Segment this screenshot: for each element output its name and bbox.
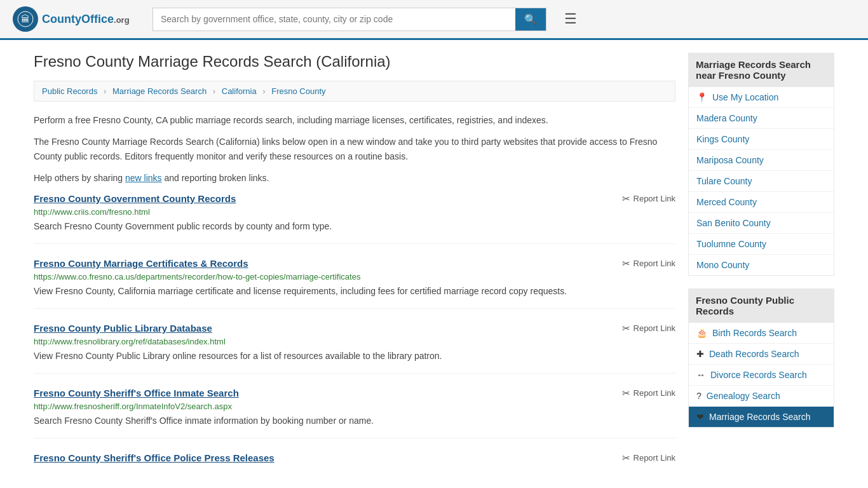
- record-title[interactable]: Fresno County Government County Records: [34, 193, 236, 204]
- nearby-county-item[interactable]: Kings County: [689, 129, 834, 150]
- report-link[interactable]: ✂ Report Link: [622, 323, 675, 334]
- page-title: Fresno County Marriage Records Search (C…: [34, 53, 675, 71]
- record-item: Fresno County Sheriff's Office Police Pr…: [34, 452, 675, 477]
- use-location-link[interactable]: Use My Location: [712, 92, 778, 102]
- record-item: Fresno County Government County Records …: [34, 193, 675, 244]
- breadcrumb-link-marriage-records[interactable]: Marriage Records Search: [112, 86, 207, 96]
- search-icon: 🔍: [524, 14, 537, 25]
- record-title[interactable]: Fresno County Public Library Database: [34, 323, 212, 334]
- sidebar-nearby-content: 📍 Use My Location Madera CountyKings Cou…: [688, 87, 834, 276]
- page-container: Fresno County Marriage Records Search (C…: [21, 40, 847, 488]
- breadcrumb-link-public-records[interactable]: Public Records: [42, 86, 97, 96]
- breadcrumb-sep-3: ›: [262, 86, 265, 96]
- public-record-icon: ↔: [696, 370, 705, 380]
- record-url[interactable]: http://www.criis.com/fresno.html: [34, 207, 675, 217]
- record-title[interactable]: Fresno County Sheriff's Office Inmate Se…: [34, 388, 239, 398]
- public-record-icon: ?: [696, 391, 702, 401]
- logo-text: CountyOffice.org: [42, 13, 130, 26]
- hamburger-icon: ☰: [564, 11, 577, 27]
- public-record-link[interactable]: Genealogy Search: [707, 391, 780, 401]
- record-header: Fresno County Public Library Database ✂ …: [34, 323, 675, 334]
- public-record-item[interactable]: 🎂 Birth Records Search: [689, 323, 834, 344]
- record-header: Fresno County Marriage Certificates & Re…: [34, 258, 675, 269]
- nearby-county-item[interactable]: San Benito County: [689, 213, 834, 234]
- scissors-icon: ✂: [622, 323, 630, 334]
- report-link-label: Report Link: [634, 388, 675, 398]
- nearby-county-item[interactable]: Madera County: [689, 108, 834, 129]
- search-bar: 🔍: [153, 8, 546, 31]
- nearby-county-link[interactable]: Merced County: [696, 197, 757, 207]
- nearby-county-item[interactable]: Tulare County: [689, 171, 834, 192]
- report-link-label: Report Link: [634, 453, 675, 463]
- record-item: Fresno County Marriage Certificates & Re…: [34, 258, 675, 309]
- record-header: Fresno County Government County Records …: [34, 193, 675, 205]
- record-header: Fresno County Sheriff's Office Inmate Se…: [34, 388, 675, 399]
- record-title[interactable]: Fresno County Marriage Certificates & Re…: [34, 258, 248, 269]
- record-item: Fresno County Public Library Database ✂ …: [34, 323, 675, 374]
- logo-icon: 🏛: [13, 6, 38, 32]
- search-input[interactable]: [153, 9, 515, 29]
- public-record-icon: 🎂: [696, 328, 707, 338]
- nearby-county-link[interactable]: San Benito County: [696, 218, 771, 228]
- record-header: Fresno County Sheriff's Office Police Pr…: [34, 452, 675, 464]
- record-desc: Search Fresno County Government public r…: [34, 220, 675, 233]
- nearby-county-link[interactable]: Kings County: [696, 134, 749, 144]
- site-header: 🏛 CountyOffice.org 🔍 ☰: [0, 0, 868, 40]
- record-url[interactable]: http://www.fresnosheriff.org/InmateInfoV…: [34, 402, 675, 411]
- public-record-item[interactable]: ❤ Marriage Records Search: [689, 407, 834, 427]
- public-record-icon: ✚: [696, 349, 704, 359]
- new-links-link[interactable]: new links: [125, 173, 162, 183]
- report-link-label: Report Link: [634, 259, 675, 268]
- nearby-county-item[interactable]: Mono County: [689, 255, 834, 275]
- search-button[interactable]: 🔍: [515, 8, 546, 30]
- public-record-link[interactable]: Divorce Records Search: [710, 370, 807, 380]
- report-link[interactable]: ✂ Report Link: [622, 258, 675, 269]
- public-record-item[interactable]: ? Genealogy Search: [689, 386, 834, 407]
- record-url[interactable]: http://www.fresnolibrary.org/ref/databas…: [34, 337, 675, 346]
- location-icon: 📍: [696, 92, 707, 102]
- record-desc: View Fresno County, California marriage …: [34, 285, 675, 298]
- report-link-label: Report Link: [634, 194, 675, 203]
- public-record-link[interactable]: Marriage Records Search: [709, 412, 811, 422]
- sidebar-nearby-section: Marriage Records Search near Fresno Coun…: [688, 53, 834, 276]
- scissors-icon: ✂: [622, 452, 630, 464]
- logo-link[interactable]: 🏛 CountyOffice.org: [13, 6, 140, 32]
- public-records-list: 🎂 Birth Records Search ✚ Death Records S…: [689, 323, 834, 427]
- public-record-link[interactable]: Death Records Search: [709, 349, 799, 359]
- record-url[interactable]: https://www.co.fresno.ca.us/departments/…: [34, 272, 675, 281]
- report-link[interactable]: ✂ Report Link: [622, 193, 675, 205]
- nearby-counties-list: Madera CountyKings CountyMariposa County…: [689, 108, 834, 275]
- nearby-county-item[interactable]: Tuolumne County: [689, 234, 834, 255]
- use-location-item[interactable]: 📍 Use My Location: [689, 87, 834, 108]
- nearby-county-link[interactable]: Tuolumne County: [696, 239, 766, 249]
- nearby-county-link[interactable]: Tulare County: [696, 176, 752, 186]
- breadcrumb-link-california[interactable]: California: [222, 86, 257, 96]
- menu-button[interactable]: ☰: [559, 8, 582, 30]
- breadcrumb-link-fresno[interactable]: Fresno County: [271, 86, 325, 96]
- nearby-county-link[interactable]: Madera County: [696, 113, 757, 123]
- public-record-item[interactable]: ↔ Divorce Records Search: [689, 365, 834, 386]
- sidebar-public-records-content: 🎂 Birth Records Search ✚ Death Records S…: [688, 323, 834, 428]
- sidebar-public-records-section: Fresno County Public Records 🎂 Birth Rec…: [688, 288, 834, 428]
- scissors-icon: ✂: [622, 193, 630, 205]
- public-record-icon: ❤: [696, 412, 704, 422]
- sidebar-nearby-title: Marriage Records Search near Fresno Coun…: [688, 53, 834, 87]
- sidebar: Marriage Records Search near Fresno Coun…: [688, 53, 834, 488]
- nearby-county-item[interactable]: Mariposa County: [689, 150, 834, 171]
- record-item: Fresno County Sheriff's Office Inmate Se…: [34, 388, 675, 438]
- record-desc: View Fresno County Public Library online…: [34, 349, 675, 363]
- record-desc: Search Fresno County Sheriff's Office in…: [34, 414, 675, 428]
- scissors-icon: ✂: [622, 258, 630, 269]
- report-link-label: Report Link: [634, 323, 675, 333]
- report-link[interactable]: ✂ Report Link: [622, 388, 675, 399]
- nearby-county-link[interactable]: Mono County: [696, 260, 749, 270]
- nearby-county-link[interactable]: Mariposa County: [696, 155, 764, 165]
- report-link[interactable]: ✂ Report Link: [622, 452, 675, 464]
- record-title[interactable]: Fresno County Sheriff's Office Police Pr…: [34, 452, 275, 463]
- scissors-icon: ✂: [622, 388, 630, 399]
- public-record-item[interactable]: ✚ Death Records Search: [689, 344, 834, 365]
- nearby-county-item[interactable]: Merced County: [689, 192, 834, 213]
- breadcrumb: Public Records › Marriage Records Search…: [34, 81, 675, 102]
- public-record-link[interactable]: Birth Records Search: [712, 328, 797, 338]
- breadcrumb-sep-2: ›: [213, 86, 215, 96]
